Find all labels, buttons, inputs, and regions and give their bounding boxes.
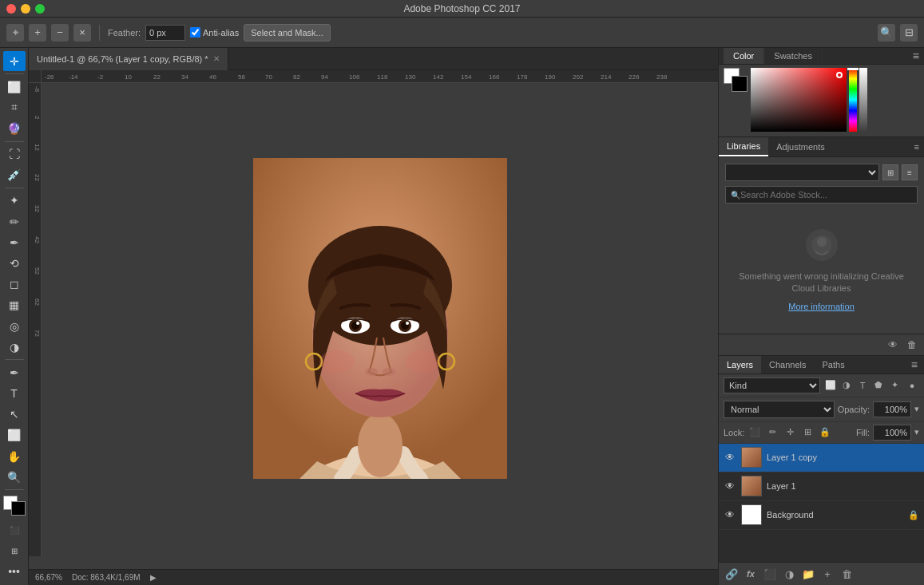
- intersect-selection-icon[interactable]: ×: [73, 24, 91, 42]
- lib-list-view[interactable]: ≡: [902, 164, 918, 180]
- arrange-icon[interactable]: ⊟: [900, 24, 918, 42]
- lock-transparent-icon[interactable]: ⬛: [748, 425, 762, 440]
- lasso-tool-icon[interactable]: ⌖: [6, 24, 24, 42]
- layer-item[interactable]: 👁 Layer 1 copy: [719, 444, 924, 472]
- lock-all-icon[interactable]: 🔒: [818, 425, 832, 440]
- layer-new-icon[interactable]: +: [819, 566, 835, 582]
- fill-input[interactable]: [873, 425, 911, 441]
- blur-tool[interactable]: ◎: [3, 316, 26, 336]
- background-color[interactable]: [11, 501, 26, 516]
- opacity-chevron[interactable]: ▾: [914, 404, 919, 414]
- layer-item[interactable]: 👁 Layer 1: [719, 472, 924, 501]
- lock-artboards-icon[interactable]: ⊞: [800, 425, 815, 440]
- canvas-content[interactable]: [42, 83, 718, 553]
- healing-brush-tool[interactable]: ✦: [3, 191, 26, 211]
- color-swatch-pair[interactable]: [724, 68, 748, 92]
- tab-libraries[interactable]: Libraries: [719, 137, 768, 156]
- layer-visibility-icon[interactable]: 👁: [724, 480, 736, 492]
- brush-tool[interactable]: ✏: [3, 211, 26, 231]
- tab-layers[interactable]: Layers: [719, 356, 761, 374]
- tab-swatches[interactable]: Swatches: [764, 48, 823, 64]
- crop-tool[interactable]: ⛶: [3, 144, 26, 164]
- anti-alias-checkbox[interactable]: Anti-alias: [190, 27, 239, 38]
- lasso-tool[interactable]: ⌗: [3, 97, 26, 117]
- search-icon[interactable]: 🔍: [878, 24, 895, 42]
- layers-menu-button[interactable]: ≡: [905, 358, 924, 371]
- svg-point-16: [383, 368, 395, 376]
- tab-adjustments[interactable]: Adjustments: [768, 138, 833, 156]
- tab-paths[interactable]: Paths: [815, 356, 853, 374]
- layer-item[interactable]: 👁 Background 🔒: [719, 501, 924, 530]
- layer-group-icon[interactable]: 📁: [800, 566, 816, 582]
- eraser-tool[interactable]: ◻: [3, 275, 26, 294]
- layers-filter-select[interactable]: Kind: [724, 377, 820, 393]
- layer-delete-icon[interactable]: 🗑: [839, 566, 855, 582]
- eyedropper-tool[interactable]: 💉: [3, 165, 26, 185]
- tab-close-icon[interactable]: ✕: [213, 54, 220, 63]
- lib-grid-view[interactable]: ⊞: [882, 164, 898, 180]
- layers-bottom-bar: 🔗 fx ⬛ ◑ 📁 + 🗑: [719, 562, 924, 585]
- lib-search-icon: 🔍: [731, 191, 740, 200]
- filter-shape-icon[interactable]: ⬟: [871, 378, 886, 393]
- spectrum-gradient[interactable]: [751, 68, 847, 132]
- add-selection-icon[interactable]: +: [29, 24, 46, 42]
- edit-in-quickmask-tool[interactable]: ⬛: [3, 520, 26, 540]
- shape-tool[interactable]: ⬜: [3, 425, 26, 445]
- zoom-tool[interactable]: 🔍: [3, 467, 26, 487]
- lib-delete-icon[interactable]: 🗑: [905, 338, 919, 352]
- screen-mode-tool[interactable]: ⊞: [3, 541, 26, 561]
- quick-select-tool[interactable]: 🔮: [3, 118, 26, 138]
- layers-list: 👁 Layer 1 copy 👁 Layer 1 👁: [719, 444, 924, 562]
- libraries-dropdown[interactable]: [725, 164, 879, 181]
- lib-more-info-link[interactable]: More information: [788, 302, 855, 311]
- gradient-tool[interactable]: ▦: [3, 295, 26, 315]
- blend-mode-select[interactable]: Normal: [724, 401, 835, 418]
- layer-visibility-icon[interactable]: 👁: [724, 451, 736, 464]
- dodge-tool[interactable]: ◑: [3, 337, 26, 357]
- document-tab[interactable]: Untitled-1 @ 66,7% (Layer 1 copy, RGB/8)…: [29, 48, 228, 70]
- filter-text-icon[interactable]: T: [855, 378, 870, 393]
- background-swatch[interactable]: [732, 76, 748, 92]
- more-tools[interactable]: •••: [3, 562, 26, 582]
- filter-smart-icon[interactable]: ✦: [887, 378, 902, 393]
- pen-tool[interactable]: ✒: [3, 362, 26, 382]
- lock-pixels-icon[interactable]: ✏: [765, 425, 779, 440]
- maximize-button[interactable]: [35, 4, 45, 14]
- fill-chevron[interactable]: ▾: [914, 427, 919, 437]
- filter-pixel-icon[interactable]: ⬜: [823, 378, 838, 393]
- marquee-tool[interactable]: ⬜: [3, 77, 26, 97]
- lib-visibility-icon[interactable]: 👁: [886, 338, 900, 352]
- doc-info-arrow[interactable]: ▶: [150, 573, 157, 582]
- lib-search[interactable]: 🔍: [725, 186, 918, 204]
- lock-position-icon[interactable]: ✛: [783, 425, 797, 440]
- color-swatches[interactable]: [3, 496, 26, 516]
- feather-input[interactable]: [145, 25, 185, 41]
- tab-channels[interactable]: Channels: [761, 356, 814, 374]
- libraries-options[interactable]: ≡: [910, 142, 924, 152]
- layer-link-icon[interactable]: 🔗: [724, 566, 740, 582]
- clone-stamp-tool[interactable]: ✒: [3, 232, 26, 252]
- hue-bar[interactable]: [849, 68, 857, 132]
- minimize-button[interactable]: [21, 4, 30, 14]
- subtract-selection-icon[interactable]: −: [51, 24, 69, 42]
- move-tool[interactable]: ✛: [3, 51, 26, 71]
- hand-tool[interactable]: ✋: [3, 446, 26, 466]
- tab-color[interactable]: Color: [724, 48, 764, 64]
- opacity-input[interactable]: [873, 401, 911, 417]
- alpha-bar[interactable]: [859, 68, 867, 132]
- filter-adjust-icon[interactable]: ◑: [839, 378, 854, 393]
- lib-search-input[interactable]: [740, 190, 912, 200]
- layer-mask-icon[interactable]: ⬛: [762, 566, 778, 582]
- tool-separator-4: [5, 359, 24, 360]
- close-button[interactable]: [6, 4, 16, 14]
- select-mask-button[interactable]: Select and Mask...: [244, 24, 331, 42]
- path-select-tool[interactable]: ↖: [3, 405, 26, 425]
- layer-thumb-portrait: [742, 448, 761, 467]
- layer-adjust-icon[interactable]: ◑: [781, 566, 797, 582]
- history-brush-tool[interactable]: ⟲: [3, 253, 26, 273]
- text-tool[interactable]: T: [3, 383, 26, 403]
- layer-fx-button[interactable]: fx: [743, 566, 759, 582]
- filter-toggle[interactable]: ●: [905, 378, 919, 393]
- layer-visibility-icon[interactable]: 👁: [724, 508, 736, 521]
- color-panel-options[interactable]: ≡: [913, 49, 919, 62]
